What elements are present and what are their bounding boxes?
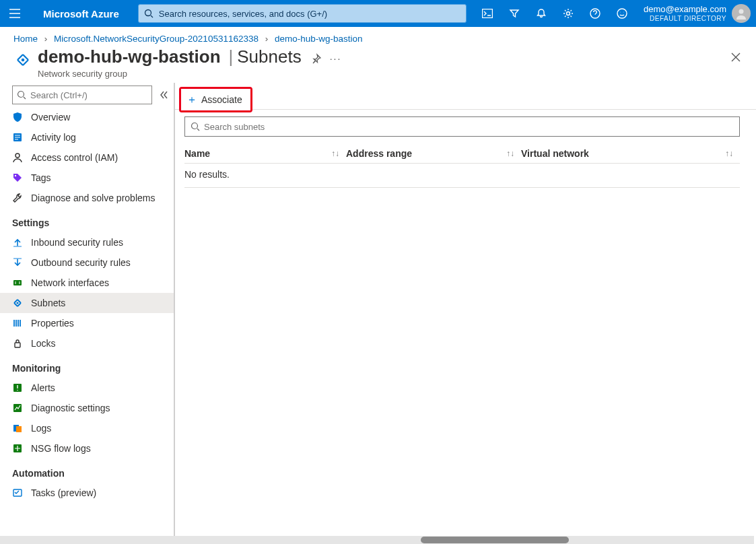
search-icon bbox=[17, 90, 26, 100]
notifications-button[interactable] bbox=[528, 0, 555, 27]
svg-rect-19 bbox=[16, 426, 22, 432]
sidebar-item-network-interfaces[interactable]: Network interfaces bbox=[0, 273, 174, 293]
close-blade-button[interactable] bbox=[730, 52, 741, 63]
blade-section: Subnets bbox=[237, 46, 301, 67]
sidebar-item-label: Diagnose and solve problems bbox=[31, 193, 155, 203]
no-results-message: No results. bbox=[184, 164, 740, 187]
alerts-icon bbox=[12, 382, 23, 393]
sidebar-item-label: Logs bbox=[31, 423, 51, 434]
sidebar-item-label: Tasks (preview) bbox=[31, 487, 96, 498]
close-icon bbox=[730, 52, 741, 63]
search-icon bbox=[144, 9, 153, 18]
associate-label: Associate bbox=[201, 94, 242, 105]
sidebar-item-logs[interactable]: Logs bbox=[0, 418, 174, 438]
crumb-deployment[interactable]: Microsoft.NetworkSecurityGroup-202105311… bbox=[54, 34, 259, 44]
sort-icon: ↑↓ bbox=[725, 149, 733, 158]
scrollbar-thumb[interactable] bbox=[421, 537, 569, 543]
pin-button[interactable] bbox=[311, 53, 322, 64]
svg-point-6 bbox=[623, 12, 624, 13]
avatar-icon bbox=[734, 7, 748, 20]
subnet-search[interactable] bbox=[184, 116, 740, 137]
sidebar-item-label: NSG flow logs bbox=[31, 443, 91, 454]
svg-point-5 bbox=[620, 12, 621, 13]
nic-icon bbox=[12, 277, 23, 288]
col-name[interactable]: Name ↑↓ bbox=[184, 148, 346, 159]
gear-icon bbox=[563, 8, 574, 19]
hamburger-menu[interactable] bbox=[0, 0, 30, 27]
sidebar-item-alerts[interactable]: Alerts bbox=[0, 378, 174, 398]
bell-icon bbox=[536, 8, 547, 19]
subnet-search-input[interactable] bbox=[203, 121, 734, 133]
resource-sidebar: OverviewActivity logAccess control (IAM)… bbox=[0, 83, 175, 538]
lock-icon bbox=[12, 338, 23, 349]
blade-toolbar: ＋ Associate bbox=[175, 83, 756, 110]
global-search[interactable] bbox=[138, 4, 467, 23]
subnets-icon bbox=[12, 298, 23, 308]
collapse-sidebar-button[interactable] bbox=[158, 89, 170, 101]
sidebar-item-access-control-iam[interactable]: Access control (IAM) bbox=[0, 147, 174, 168]
crumb-resource[interactable]: demo-hub-wg-bastion bbox=[275, 34, 363, 44]
svg-rect-15 bbox=[15, 343, 20, 347]
col-address-range[interactable]: Address range ↑↓ bbox=[346, 148, 521, 159]
sidebar-item-subnets[interactable]: Subnets bbox=[0, 293, 174, 313]
main-content: ＋ Associate Name ↑↓ Address range ↑↓ bbox=[175, 83, 756, 538]
cloud-shell-button[interactable] bbox=[474, 0, 501, 27]
nsg-resource-icon bbox=[13, 50, 32, 69]
flow-icon bbox=[12, 443, 23, 454]
crumb-home[interactable]: Home bbox=[13, 34, 38, 44]
table-header: Name ↑↓ Address range ↑↓ Virtual network… bbox=[184, 143, 740, 164]
sidebar-item-label: Tags bbox=[31, 172, 51, 183]
horizontal-scrollbar[interactable] bbox=[0, 536, 754, 544]
brand-label[interactable]: Microsoft Azure bbox=[30, 8, 133, 20]
sidebar-item-diagnose-and-solve-problems[interactable]: Diagnose and solve problems bbox=[0, 188, 174, 208]
directory-filter-button[interactable] bbox=[501, 0, 528, 27]
sidebar-item-label: Network interfaces bbox=[31, 277, 109, 288]
filter-icon bbox=[509, 8, 520, 19]
cloud-shell-icon bbox=[482, 9, 493, 18]
sidebar-item-inbound-security-rules[interactable]: Inbound security rules bbox=[0, 232, 174, 252]
svg-point-4 bbox=[617, 9, 627, 18]
sidebar-heading: Automation bbox=[0, 458, 174, 483]
sidebar-item-label: Alerts bbox=[31, 382, 55, 393]
col-virtual-network[interactable]: Virtual network ↑↓ bbox=[521, 148, 740, 159]
avatar[interactable] bbox=[732, 4, 751, 23]
outbound-icon bbox=[12, 257, 23, 268]
chevron-right-icon: › bbox=[265, 34, 269, 44]
associate-button[interactable]: ＋ Associate bbox=[181, 89, 250, 110]
sidebar-search-input[interactable] bbox=[29, 90, 147, 101]
sidebar-item-nsg-flow-logs[interactable]: NSG flow logs bbox=[0, 438, 174, 458]
sidebar-item-tasks-preview[interactable]: Tasks (preview) bbox=[0, 483, 174, 503]
sidebar-item-locks[interactable]: Locks bbox=[0, 333, 174, 353]
sidebar-item-label: Diagnostic settings bbox=[31, 403, 110, 413]
svg-point-7 bbox=[739, 9, 744, 14]
sidebar-item-properties[interactable]: Properties bbox=[0, 313, 174, 333]
hamburger-icon bbox=[9, 9, 20, 18]
settings-button[interactable] bbox=[555, 0, 582, 27]
sidebar-item-outbound-security-rules[interactable]: Outbound security rules bbox=[0, 252, 174, 273]
tasks-icon bbox=[12, 487, 23, 498]
sidebar-item-label: Outbound security rules bbox=[31, 257, 131, 268]
sidebar-item-label: Activity log bbox=[31, 132, 76, 143]
sidebar-heading: Settings bbox=[0, 208, 174, 232]
shield-icon bbox=[12, 112, 23, 123]
feedback-button[interactable] bbox=[609, 0, 635, 27]
account-email: demo@example.com bbox=[644, 4, 726, 15]
sidebar-item-label: Locks bbox=[31, 338, 56, 349]
inbound-icon bbox=[12, 237, 23, 248]
person-icon bbox=[12, 152, 23, 163]
sidebar-item-activity-log[interactable]: Activity log bbox=[0, 127, 174, 147]
pin-icon bbox=[311, 53, 322, 64]
sidebar-item-diagnostic-settings[interactable]: Diagnostic settings bbox=[0, 398, 174, 418]
chevron-right-icon: › bbox=[44, 34, 48, 44]
sidebar-search[interactable] bbox=[12, 86, 152, 104]
azure-topbar: Microsoft Azure demo@example.com DEFAULT… bbox=[0, 0, 756, 27]
account-menu[interactable]: demo@example.com DEFAULT DIRECTORY bbox=[635, 4, 730, 24]
question-icon bbox=[590, 8, 600, 19]
help-button[interactable] bbox=[582, 0, 609, 27]
sidebar-item-overview[interactable]: Overview bbox=[0, 107, 174, 127]
more-button[interactable]: ··· bbox=[330, 53, 342, 64]
global-search-input[interactable] bbox=[158, 8, 460, 20]
svg-rect-13 bbox=[13, 280, 22, 285]
sidebar-item-tags[interactable]: Tags bbox=[0, 168, 174, 188]
chevron-double-left-icon bbox=[159, 90, 168, 100]
